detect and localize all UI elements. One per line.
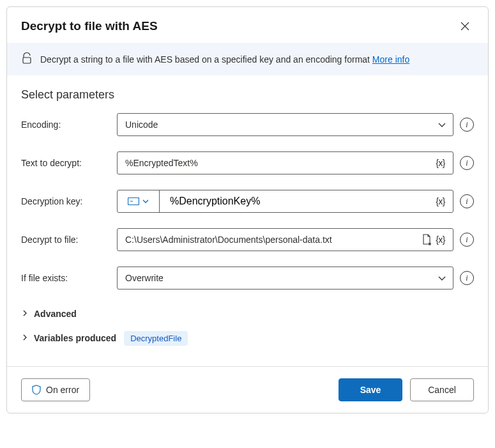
- encoding-value: Unicode: [125, 120, 436, 130]
- label-encoding: Encoding:: [21, 120, 117, 130]
- save-button[interactable]: Save: [339, 378, 402, 401]
- decrypt-to-file-value: C:\Users\Administrator\Documents\persona…: [125, 235, 420, 245]
- variables-produced-expander[interactable]: Variables produced: [21, 329, 116, 347]
- label-decryption-key: Decryption key:: [21, 196, 117, 206]
- dialog-footer: On error Save Cancel: [7, 366, 488, 413]
- variables-produced-label: Variables produced: [34, 333, 116, 343]
- variable-picker-icon[interactable]: {x}: [433, 196, 448, 206]
- dialog: Decrypt to file with AES Decrypt a strin…: [6, 6, 489, 413]
- dialog-title: Decrypt to file with AES: [21, 19, 158, 33]
- on-error-label: On error: [46, 385, 79, 395]
- chevron-right-icon: [21, 309, 29, 319]
- info-icon[interactable]: i: [460, 233, 474, 247]
- row-decrypt-to-file: Decrypt to file: C:\Users\Administrator\…: [21, 228, 474, 251]
- shield-icon: [32, 385, 41, 395]
- info-banner: Decrypt a string to a file with AES base…: [7, 43, 488, 75]
- file-browse-icon[interactable]: [420, 234, 433, 245]
- label-text-to-decrypt: Text to decrypt:: [21, 158, 117, 168]
- cancel-label: Cancel: [428, 385, 456, 395]
- chevron-down-icon: [436, 274, 448, 282]
- info-icon[interactable]: i: [460, 194, 474, 208]
- svg-rect-0: [23, 58, 31, 63]
- unlock-icon: [21, 52, 33, 66]
- advanced-expander[interactable]: Advanced: [21, 305, 474, 323]
- text-to-decrypt-value: %EncryptedText%: [125, 158, 433, 168]
- info-icon[interactable]: i: [460, 156, 474, 170]
- decryption-key-value: %DencryptionKey%: [170, 196, 433, 207]
- advanced-label: Advanced: [34, 309, 77, 319]
- more-info-link[interactable]: More info: [372, 54, 409, 65]
- dialog-body: Select parameters Encoding: Unicode i Te…: [7, 75, 488, 366]
- variables-produced-row: Variables produced DecryptedFile: [21, 329, 474, 347]
- variable-badge[interactable]: DecryptedFile: [124, 331, 188, 346]
- if-file-exists-value: Overwrite: [125, 273, 436, 283]
- chevron-down-icon: [142, 197, 149, 205]
- input-type-selector[interactable]: [118, 190, 160, 212]
- row-encoding: Encoding: Unicode i: [21, 113, 474, 136]
- save-label: Save: [360, 385, 381, 395]
- on-error-button[interactable]: On error: [21, 378, 90, 401]
- label-if-file-exists: If file exists:: [21, 273, 117, 283]
- svg-rect-1: [128, 198, 139, 205]
- chevron-right-icon: [21, 333, 29, 343]
- row-text-to-decrypt: Text to decrypt: %EncryptedText% {x} i: [21, 151, 474, 174]
- encoding-select[interactable]: Unicode: [117, 113, 453, 136]
- close-button[interactable]: [456, 17, 474, 35]
- variable-picker-icon[interactable]: {x}: [433, 158, 448, 168]
- close-icon: [461, 22, 469, 31]
- section-title: Select parameters: [21, 88, 474, 102]
- banner-text: Decrypt a string to a file with AES base…: [40, 54, 409, 65]
- variable-picker-icon[interactable]: {x}: [433, 235, 448, 245]
- info-icon[interactable]: i: [460, 118, 474, 132]
- decryption-key-input[interactable]: %DencryptionKey% {x}: [117, 190, 453, 213]
- text-input-icon: [128, 197, 139, 205]
- chevron-down-icon: [436, 120, 448, 129]
- row-decryption-key: Decryption key: %DencryptionKey% {x} i: [21, 190, 474, 213]
- decrypt-to-file-input[interactable]: C:\Users\Administrator\Documents\persona…: [117, 228, 453, 251]
- if-file-exists-select[interactable]: Overwrite: [117, 266, 453, 290]
- info-icon[interactable]: i: [460, 271, 474, 285]
- cancel-button[interactable]: Cancel: [410, 378, 474, 401]
- label-decrypt-to-file: Decrypt to file:: [21, 235, 117, 245]
- row-if-file-exists: If file exists: Overwrite i: [21, 266, 474, 290]
- banner-description: Decrypt a string to a file with AES base…: [40, 54, 372, 65]
- dialog-header: Decrypt to file with AES: [7, 7, 488, 43]
- text-to-decrypt-input[interactable]: %EncryptedText% {x}: [117, 151, 453, 174]
